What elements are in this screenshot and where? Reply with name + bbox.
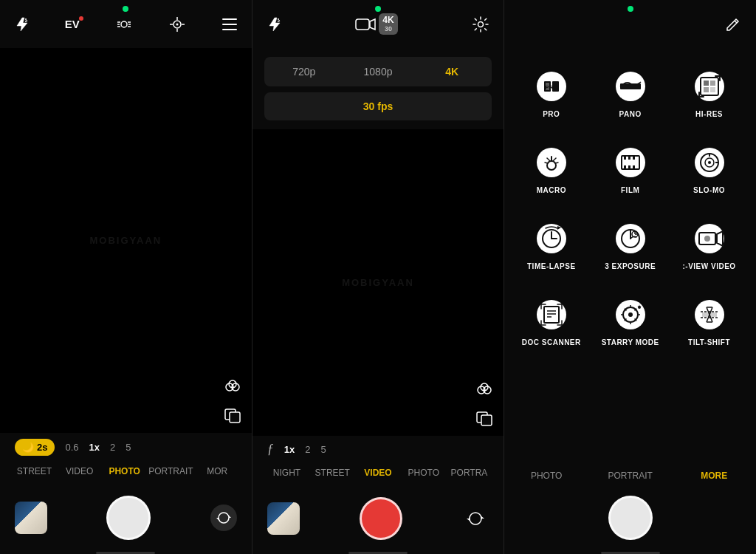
more-modes-grid: PRO PRO PANO [504, 48, 756, 367]
longexposure-icon [613, 221, 648, 256]
timelapse-icon [534, 221, 569, 256]
mtab-portrait[interactable]: PORTRAIT [588, 468, 673, 484]
video-hdr-icon[interactable] [475, 381, 493, 399]
grid-item-longexposure[interactable]: 3 EXPOSURE [591, 208, 670, 284]
grid-item-film[interactable]: FILM [591, 131, 670, 208]
film-label: FILM [621, 186, 639, 194]
grid-item-tiltshift[interactable]: TILT-SHIFT [670, 284, 749, 360]
svg-marker-36 [467, 519, 470, 521]
video-flash-icon[interactable] [267, 16, 281, 33]
photo-shutter-button[interactable] [106, 496, 151, 540]
grid-item-liveview[interactable]: :-VIEW VIDEO [670, 208, 749, 284]
svg-marker-23 [229, 516, 231, 518]
grid-item-timelapse[interactable]: TIME-LAPSE [512, 208, 591, 284]
svg-rect-50 [710, 87, 715, 92]
video-watermark: MOBIGYAAN [342, 277, 414, 288]
photo-mode-tabs: STREET VIDEO PHOTO PORTRAIT MOR [12, 459, 240, 484]
svg-rect-22 [230, 412, 240, 423]
vtab-portrait[interactable]: PORTRA [447, 465, 492, 481]
edit-icon[interactable] [725, 16, 741, 33]
zoom-2[interactable]: 2 [110, 442, 115, 453]
camera-switch-icon[interactable] [355, 16, 376, 33]
svg-rect-15 [222, 18, 237, 20]
grid-item-macro[interactable]: MACRO [512, 131, 591, 208]
video-shutter-row [252, 490, 504, 547]
svg-point-76 [704, 236, 710, 242]
res-1080p[interactable]: 1080p [341, 60, 415, 83]
grid-item-hires[interactable]: HI-RES [670, 55, 749, 131]
vtab-night[interactable]: NIGHT [264, 465, 310, 481]
more-shutter-button[interactable] [608, 496, 653, 540]
more-mode-tabs: PHOTO PORTRAIT MORE [504, 463, 756, 488]
video-viewfinder-icons [475, 381, 493, 427]
motion-icon[interactable] [116, 18, 132, 30]
video-flip-button[interactable] [462, 505, 489, 532]
more-spacer-left [543, 502, 575, 534]
svg-point-2 [121, 21, 127, 27]
svg-rect-47 [704, 81, 709, 86]
pro-label: PRO [543, 110, 560, 118]
grid-item-pano[interactable]: PANO [591, 55, 670, 131]
grid-item-starry[interactable]: STARRY MODE [591, 284, 670, 360]
settings-icon[interactable] [472, 16, 489, 33]
mtab-more[interactable]: MORE [672, 468, 756, 484]
photo-thumbnail[interactable] [15, 502, 47, 534]
tab-portrait[interactable]: PORTRAIT [147, 463, 194, 479]
docscanner-label: DOC SCANNER [522, 338, 581, 346]
timer-badge[interactable]: 🌙 2s [15, 439, 55, 456]
hdr-icon[interactable] [224, 378, 241, 396]
thumbnail-image [15, 502, 47, 534]
vtab-photo[interactable]: PHOTO [401, 465, 447, 481]
grid-item-docscanner[interactable]: DOC SCANNER [512, 284, 591, 360]
video-thumbnail[interactable] [267, 502, 300, 535]
fps-row[interactable]: 30 fps [264, 92, 492, 120]
svg-point-53 [616, 148, 645, 177]
vtab-street[interactable]: STREET [309, 465, 355, 481]
video-zoom-5[interactable]: 5 [320, 444, 326, 455]
grid-item-slomo[interactable]: SLO-MO [670, 131, 749, 208]
zoom-1x[interactable]: 1x [89, 442, 100, 453]
pano-icon [613, 69, 648, 104]
zoom-5[interactable]: 5 [126, 442, 131, 453]
video-zoom-2[interactable]: 2 [305, 444, 310, 455]
video-zoom-1x[interactable]: 1x [284, 444, 295, 455]
starry-icon [613, 297, 648, 332]
gallery-icon[interactable] [224, 406, 241, 424]
video-zoom-row: ƒ 1x 2 5 [264, 442, 492, 457]
tab-more[interactable]: MOR [195, 463, 240, 479]
ev-button[interactable]: EV [65, 18, 80, 30]
menu-icon[interactable] [222, 18, 237, 30]
svg-point-84 [628, 312, 633, 317]
slomo-icon [692, 145, 727, 180]
tab-video[interactable]: VIDEO [57, 463, 102, 479]
vtab-video[interactable]: VIDEO [355, 465, 401, 481]
svg-rect-55 [624, 156, 626, 160]
flash-icon[interactable] [15, 16, 28, 33]
focus-icon[interactable] [169, 16, 185, 33]
f-stop-icon[interactable]: ƒ [267, 442, 274, 457]
flip-camera-button[interactable] [210, 505, 237, 531]
macro-label: MACRO [537, 186, 566, 194]
status-dot-video [375, 6, 381, 12]
res-4k[interactable]: 4K [415, 60, 489, 83]
resolution-badge[interactable]: 4K 30 [379, 13, 397, 35]
timer-value: 2s [37, 442, 47, 453]
fps-label: 30 fps [363, 100, 393, 112]
video-panel: 4K 30 720p 1080p 4K 30 fps MOBIGYAAN [252, 0, 505, 554]
zoom-0.6[interactable]: 0.6 [65, 442, 78, 453]
docscanner-icon [534, 297, 569, 332]
film-icon [613, 145, 648, 180]
tab-street[interactable]: STREET [12, 463, 57, 479]
svg-point-10 [176, 23, 178, 25]
video-record-button[interactable] [360, 497, 402, 540]
mtab-photo[interactable]: PHOTO [504, 468, 588, 484]
tab-photo[interactable]: PHOTO [102, 463, 147, 479]
timelapse-label: TIME-LAPSE [527, 262, 576, 270]
grid-item-pro[interactable]: PRO PRO [512, 55, 591, 131]
res-720p[interactable]: 720p [267, 60, 341, 83]
svg-rect-59 [628, 165, 630, 169]
video-header: 4K 30 [252, 0, 504, 48]
svg-rect-17 [222, 29, 237, 30]
hires-icon [692, 69, 727, 104]
video-gallery-icon[interactable] [475, 409, 493, 427]
